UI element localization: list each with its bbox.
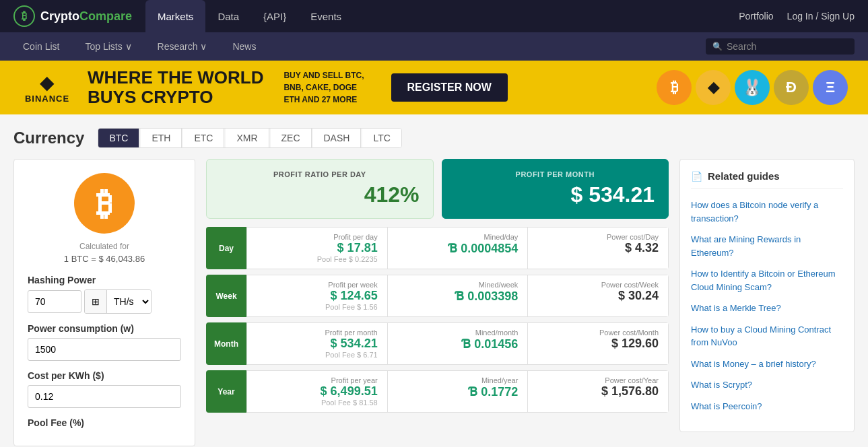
nav-api[interactable]: {API} xyxy=(251,0,298,32)
sec-nav-news[interactable]: News xyxy=(223,32,265,61)
list-item[interactable]: How does a Bitcoin node verify a transac… xyxy=(691,199,843,225)
banner-coins: ₿ ◆ 🐰 Ð Ξ xyxy=(657,70,848,105)
search-box: 🔍 xyxy=(706,38,855,55)
profit-label: Profit per year xyxy=(257,376,378,384)
period-label: Week xyxy=(206,275,246,317)
list-item[interactable]: What is Money – a brief history? xyxy=(691,357,843,371)
nav-events[interactable]: Events xyxy=(298,0,354,32)
power-consumption-input[interactable] xyxy=(28,338,181,361)
period-label: Day xyxy=(206,227,246,269)
mined-cell: Mined/day Ɓ 0.0004854 xyxy=(388,227,529,269)
power-value: $ 30.24 xyxy=(537,289,659,303)
related-guides-icon: 📄 xyxy=(691,171,702,182)
mined-label: Mined/day xyxy=(397,233,519,241)
power-consumption-label: Power consumption (w) xyxy=(28,323,181,334)
profit-label: Profit per week xyxy=(257,281,378,289)
login-signup-link[interactable]: Log In / Sign Up xyxy=(787,11,855,22)
tab-dash[interactable]: DASH xyxy=(313,129,362,147)
btc-icon-container: ₿ xyxy=(28,173,181,234)
list-item[interactable]: What is Scrypt? xyxy=(691,378,843,392)
mined-label: Mined/week xyxy=(397,281,519,289)
mined-label: Mined/month xyxy=(397,329,519,337)
register-button[interactable]: REGISTER NOW xyxy=(391,73,508,102)
list-item[interactable]: What is Peercoin? xyxy=(691,400,843,413)
currency-header: Currency BTC ETH ETC XMR ZEC DASH LTC xyxy=(13,128,855,148)
table-row: Week Profit per week $ 124.65 Pool Fee $… xyxy=(206,275,669,317)
related-guides-title: Related guides xyxy=(708,170,780,182)
pool-fee-value: Pool Fee $ 6.71 xyxy=(257,351,378,359)
profit-label: Profit per day xyxy=(257,233,378,241)
hashing-power-label: Hashing Power xyxy=(28,275,181,285)
btc-icon: ₿ xyxy=(74,173,135,234)
profit-value: $ 17.81 xyxy=(257,241,378,255)
portfolio-link[interactable]: Portfolio xyxy=(739,11,773,22)
main-content: Currency BTC ETH ETC XMR ZEC DASH LTC ₿ … xyxy=(0,114,868,447)
mined-cell: Mined/week Ɓ 0.003398 xyxy=(388,275,529,317)
power-label: Power cost/Month xyxy=(537,329,659,337)
profit-month-value: $ 534.21 xyxy=(456,182,655,207)
period-label: Month xyxy=(206,322,246,365)
related-links-container: How does a Bitcoin node verify a transac… xyxy=(691,199,843,413)
logo[interactable]: ₿ CryptoCompare xyxy=(13,5,132,27)
table-row: Year Profit per year $ 6,499.51 Pool Fee… xyxy=(206,370,669,413)
data-cells: Profit per day $ 17.81 Pool Fee $ 0.2235… xyxy=(246,227,669,269)
banner-sub: BUY AND SELL BTC,BNB, CAKE, DOGEETH AND … xyxy=(283,69,364,106)
pool-fee-value: Pool Fee $ 1.56 xyxy=(257,303,378,311)
hashing-power-stepper[interactable]: ⊞ xyxy=(85,290,107,313)
banner-brand: BINANCE xyxy=(25,94,69,104)
nav-data[interactable]: Data xyxy=(205,0,251,32)
power-label: Power cost/Week xyxy=(537,281,659,289)
binance-icon: ◆ xyxy=(40,71,55,94)
profit-cell: Profit per week $ 124.65 Pool Fee $ 1.56 xyxy=(246,275,388,317)
mined-value: Ɓ 0.1772 xyxy=(397,384,519,399)
list-item[interactable]: How to Identify a Bitcoin or Ethereum Cl… xyxy=(691,267,843,294)
nav-markets[interactable]: Markets xyxy=(145,0,205,32)
period-label: Year xyxy=(206,370,246,413)
coin-doge: Ð xyxy=(774,70,809,105)
calc-info: Calculated for xyxy=(28,242,181,251)
profit-cell: Profit per year $ 6,499.51 Pool Fee $ 81… xyxy=(246,370,388,413)
profit-summary: PROFIT RATIO PER DAY 412% PROFIT PER MON… xyxy=(206,159,669,219)
power-label: Power cost/Day xyxy=(537,233,659,241)
profit-cell: Profit per day $ 17.81 Pool Fee $ 0.2235 xyxy=(246,227,388,269)
page-title: Currency xyxy=(13,129,84,147)
top-nav: ₿ CryptoCompare Markets Data {API} Event… xyxy=(0,0,868,32)
table-row: Month Profit per month $ 534.21 Pool Fee… xyxy=(206,322,669,365)
list-item[interactable]: What is a Merkle Tree? xyxy=(691,302,843,315)
coin-cake: 🐰 xyxy=(735,70,770,105)
profit-value: $ 534.21 xyxy=(257,337,378,351)
data-cells: Profit per year $ 6,499.51 Pool Fee $ 81… xyxy=(246,370,669,413)
tab-btc[interactable]: BTC xyxy=(98,129,139,147)
list-item[interactable]: How to buy a Cloud Mining Contract from … xyxy=(691,323,843,349)
top-nav-links: Markets Data {API} Events xyxy=(145,0,739,32)
profit-value: $ 124.65 xyxy=(257,289,378,303)
sec-nav-coinlist[interactable]: Coin List xyxy=(13,32,69,61)
mined-value: Ɓ 0.003398 xyxy=(397,289,519,304)
power-label: Power cost/Year xyxy=(537,376,659,384)
list-item[interactable]: What are Mining Rewards in Ethereum? xyxy=(691,233,843,259)
data-rows: Day Profit per day $ 17.81 Pool Fee $ 0.… xyxy=(206,227,669,413)
tab-etc[interactable]: ETC xyxy=(183,129,224,147)
tab-xmr[interactable]: XMR xyxy=(226,129,269,147)
hashing-power-input[interactable] xyxy=(28,290,81,313)
mined-cell: Mined/month Ɓ 0.01456 xyxy=(388,322,529,365)
logo-icon: ₿ xyxy=(13,5,35,27)
sec-nav-toplists[interactable]: Top Lists ∨ xyxy=(75,32,141,61)
search-icon: 🔍 xyxy=(712,42,723,51)
sec-nav-research[interactable]: Research ∨ xyxy=(148,32,217,61)
related-guides-header: 📄 Related guides xyxy=(691,170,843,189)
top-nav-right: Portfolio Log In / Sign Up xyxy=(739,11,855,22)
cost-kwh-input[interactable] xyxy=(28,385,181,408)
search-input[interactable] xyxy=(727,41,848,52)
power-value: $ 129.60 xyxy=(537,337,659,351)
banner: ◆ BINANCE WHERE THE WORLD BUYS CRYPTO BU… xyxy=(0,61,868,114)
pool-fee-label: Pool Fee (%) xyxy=(28,417,181,428)
power-cell: Power cost/Week $ 30.24 xyxy=(528,275,669,317)
tab-ltc[interactable]: LTC xyxy=(362,129,401,147)
tab-eth[interactable]: ETH xyxy=(141,129,182,147)
hashing-power-select[interactable]: TH/s GH/s MH/s xyxy=(107,290,151,313)
hashing-power-field: ⊞ TH/s GH/s MH/s xyxy=(28,289,181,314)
pool-fee-value: Pool Fee $ 0.2235 xyxy=(257,255,378,263)
secondary-nav: Coin List Top Lists ∨ Research ∨ News 🔍 xyxy=(0,32,868,61)
tab-zec[interactable]: ZEC xyxy=(271,129,312,147)
